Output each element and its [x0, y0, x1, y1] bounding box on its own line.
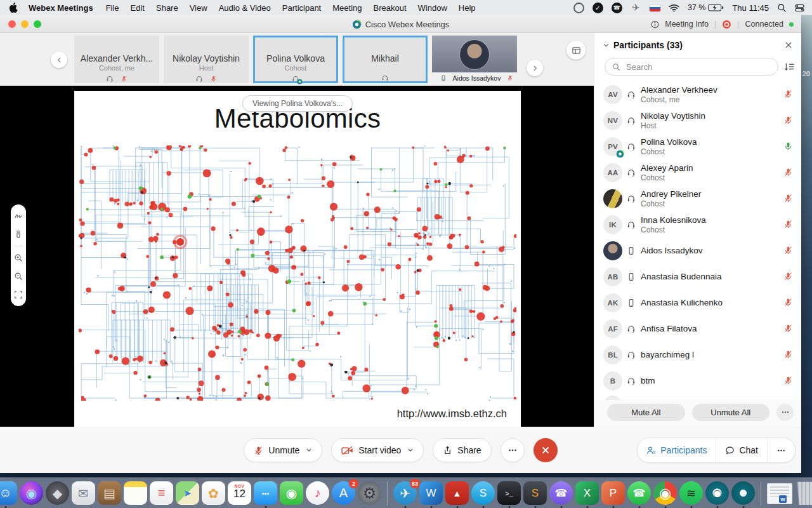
dock-whatsapp-icon[interactable]: ☎	[627, 481, 651, 505]
mic-muted-icon[interactable]	[783, 376, 793, 385]
search-input[interactable]	[625, 62, 771, 72]
participant-row[interactable]: PV Polina Volkova Cohost	[594, 133, 801, 159]
mic-muted-icon[interactable]	[783, 272, 793, 281]
mic-on-icon[interactable]	[783, 142, 793, 151]
participant-row[interactable]: AK Anastasia Kulichenko	[594, 290, 801, 316]
participant-row[interactable]: AA Alexey Aparin Cohost	[594, 159, 801, 185]
dock-acrobat-icon[interactable]: ▲	[445, 481, 469, 505]
dock-notes-icon[interactable]	[124, 481, 147, 505]
video-tile[interactable]: Polina Volkova Cohost	[253, 36, 338, 83]
participant-row[interactable]: AF Anfisa Filatova	[594, 316, 801, 342]
control-center-icon[interactable]	[795, 3, 804, 13]
mic-muted-icon[interactable]	[783, 246, 793, 255]
dock-mail-icon[interactable]: ✉	[72, 481, 95, 505]
fit-view-icon[interactable]	[14, 290, 23, 299]
apple-menu-icon[interactable]	[9, 3, 18, 13]
participant-row[interactable]: NV Nikolay Voytishin Host	[594, 107, 801, 133]
meeting-info-link[interactable]: Meeting Info	[665, 20, 709, 29]
checkmark-status-icon[interactable]: ✓	[593, 3, 603, 13]
dock-messages-icon[interactable]: •••	[254, 481, 277, 505]
chevron-down-icon[interactable]	[603, 42, 610, 49]
menu-view[interactable]: View	[184, 3, 213, 13]
filmstrip-prev-button[interactable]	[51, 51, 67, 68]
dock-terminal-icon[interactable]: >_	[497, 481, 521, 505]
close-panel-icon[interactable]	[785, 41, 792, 49]
mic-muted-icon[interactable]	[783, 194, 793, 203]
mic-muted-icon[interactable]	[783, 116, 793, 125]
menu-participant[interactable]: Participant	[277, 3, 327, 13]
participant-row[interactable]: IK Inna Kolesnikova Cohost	[594, 211, 801, 237]
participant-row[interactable]: AV Alexander Verkheev Cohost, me	[594, 81, 801, 107]
mic-muted-icon[interactable]	[783, 168, 793, 177]
start-video-button[interactable]: Start video	[331, 438, 424, 462]
battery-indicator[interactable]: 37 %	[688, 3, 724, 12]
dock-word-icon[interactable]: W	[419, 481, 443, 505]
wifi-icon[interactable]	[669, 4, 679, 12]
dock-skype-icon[interactable]: S	[471, 481, 495, 505]
menu-clock[interactable]: Thu 11:45	[732, 3, 769, 13]
dock-music-icon[interactable]: ♪	[306, 481, 329, 505]
participant-row[interactable]: Aidos Issadykov	[594, 237, 801, 264]
unmute-all-button[interactable]: Unmute All	[692, 404, 770, 421]
menu-breakout[interactable]: Breakout	[367, 3, 412, 13]
menu-edit[interactable]: Edit	[125, 3, 150, 13]
video-tile[interactable]: Aidos Issadykov	[432, 36, 517, 83]
dock-app-store-icon[interactable]: A2	[332, 481, 355, 505]
viber-status-icon[interactable]: ☎	[612, 3, 622, 13]
dock-finder-icon[interactable]: ☺	[0, 481, 17, 505]
chevron-down-icon[interactable]	[306, 447, 312, 453]
participant-row[interactable]: AB Anastasia Budennaia	[594, 264, 801, 290]
leave-meeting-button[interactable]	[534, 438, 558, 462]
video-tile[interactable]: Mikhail	[343, 36, 428, 83]
mic-muted-icon[interactable]	[783, 220, 793, 229]
video-tile[interactable]: Nikolay Voytishin Host	[164, 36, 249, 83]
dock-contacts-icon[interactable]: ▤	[98, 481, 121, 505]
participants-more-button[interactable]	[776, 404, 794, 421]
participant-search[interactable]	[605, 58, 778, 76]
mic-muted-icon[interactable]	[783, 324, 793, 333]
dock-reminders-icon[interactable]: ≡	[150, 481, 173, 505]
dock-chrome-icon[interactable]: ◉	[653, 481, 677, 505]
mic-muted-icon[interactable]	[783, 90, 793, 99]
dock-maps-icon[interactable]: ➤	[176, 481, 199, 505]
mute-all-button[interactable]: Mute All	[607, 404, 685, 421]
dock-webex-icon[interactable]: ◯	[705, 481, 729, 505]
chevron-down-icon[interactable]	[407, 447, 414, 453]
dock-telegram-icon[interactable]: ✈83	[393, 481, 417, 505]
dock-powerpoint-icon[interactable]: P	[601, 481, 625, 505]
menu-audio-video[interactable]: Audio & Video	[213, 3, 277, 13]
mic-muted-icon[interactable]	[783, 298, 793, 307]
filmstrip-next-button[interactable]	[527, 60, 543, 76]
annotate-pen-icon[interactable]	[14, 211, 23, 220]
telegram-status-icon[interactable]: ✈	[631, 3, 641, 13]
dock-word-document-icon[interactable]: W	[767, 483, 792, 504]
mic-muted-icon[interactable]	[783, 350, 793, 359]
video-tile[interactable]: Alexander Verkh... Cohost, me	[74, 36, 159, 83]
dock-calendar-icon[interactable]: NOV12	[228, 481, 251, 505]
webex-status-icon[interactable]	[573, 3, 584, 13]
menu-meeting[interactable]: Meeting	[327, 3, 367, 13]
participant-row[interactable]: Andrey Pikelner Cohost	[594, 185, 801, 211]
laser-pointer-icon[interactable]	[14, 230, 23, 239]
ru-flag-icon[interactable]	[650, 4, 660, 11]
dock-excel-icon[interactable]: X	[575, 481, 599, 505]
more-options-button[interactable]	[501, 438, 525, 462]
dock-viber-icon[interactable]: ☎	[549, 481, 573, 505]
share-button[interactable]: Share	[433, 438, 491, 462]
info-icon[interactable]	[651, 20, 659, 29]
menu-share[interactable]: Share	[150, 3, 184, 13]
dock-trash-icon[interactable]	[795, 481, 812, 505]
window-title-bar[interactable]: Cisco Webex Meetings Meeting Info | | Co…	[0, 15, 801, 33]
participants-toggle-button[interactable]: Participants	[638, 438, 716, 462]
more-panels-button[interactable]	[767, 438, 795, 462]
participant-row[interactable]: BL bayarchimeg l	[594, 342, 801, 368]
layout-grid-button[interactable]	[566, 41, 586, 60]
spotlight-search-icon[interactable]	[777, 3, 787, 13]
dock-webex-meetings-icon[interactable]: ⊙	[731, 481, 755, 505]
unmute-button[interactable]: Unmute	[244, 438, 322, 462]
dock-system-preferences-icon[interactable]: ⚙	[358, 481, 381, 505]
sort-list-icon[interactable]	[784, 62, 795, 72]
record-indicator-icon[interactable]	[722, 20, 731, 29]
menu-file[interactable]: File	[100, 3, 125, 13]
dock-launchpad-icon[interactable]: ◆	[46, 481, 69, 505]
